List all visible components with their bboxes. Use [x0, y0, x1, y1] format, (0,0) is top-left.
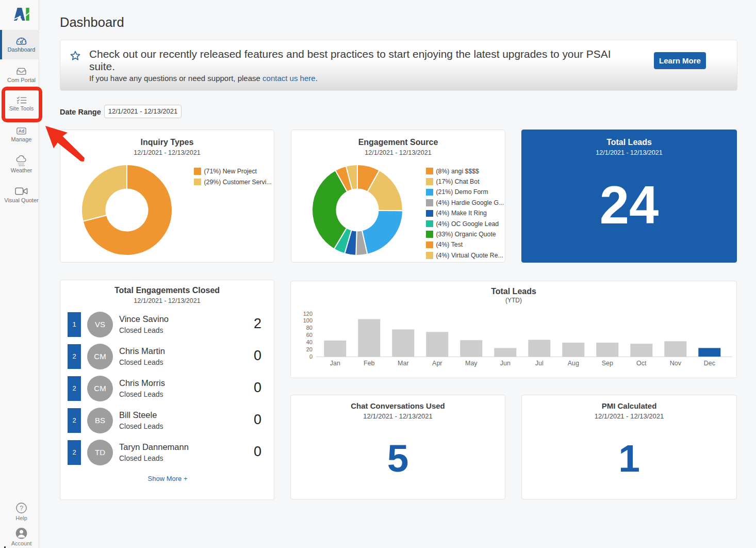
svg-text:100: 100 [303, 317, 313, 324]
svg-text:May: May [465, 360, 478, 367]
svg-text:Jan: Jan [330, 360, 340, 367]
svg-text:20: 20 [306, 346, 313, 352]
svg-text:Apr: Apr [432, 360, 442, 367]
svg-text:80: 80 [306, 325, 313, 331]
svg-text:Aug: Aug [568, 360, 579, 367]
svg-text:Nov: Nov [670, 360, 682, 367]
svg-text:0: 0 [309, 353, 313, 360]
svg-text:Mar: Mar [398, 360, 409, 367]
svg-text:120: 120 [303, 311, 313, 317]
svg-text:Jun: Jun [500, 360, 511, 367]
svg-text:Dec: Dec [704, 360, 715, 367]
svg-text:60: 60 [306, 332, 313, 338]
svg-text:40: 40 [306, 339, 313, 345]
svg-text:?: ? [20, 504, 23, 512]
svg-text:Jul: Jul [535, 360, 544, 367]
svg-text:Oct: Oct [636, 360, 647, 367]
svg-text:Feb: Feb [364, 360, 375, 367]
svg-text:Ad: Ad [19, 128, 24, 134]
svg-text:Sep: Sep [602, 360, 613, 367]
